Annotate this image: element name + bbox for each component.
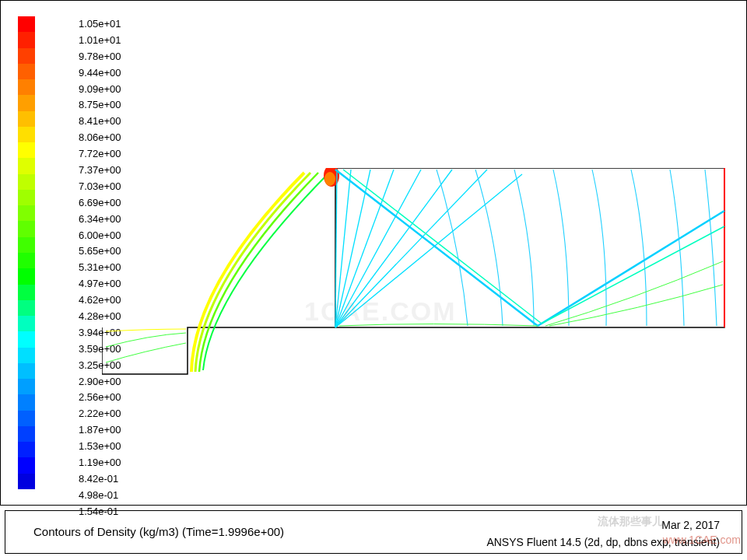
watermark-cjk: 流体那些事儿: [598, 515, 663, 529]
caption-title: Contours of Density (kg/m3) (Time=1.9996…: [33, 525, 284, 538]
legend-colorbar: [18, 16, 35, 489]
watermark-center: 1CAE.COM: [304, 296, 456, 327]
svg-point-2: [324, 172, 335, 186]
plot-frame: 1.05e+011.01e+019.78e+009.44e+009.09e+00…: [0, 0, 747, 506]
caption-date: Mar 2, 2017: [661, 519, 720, 531]
contour-plot: [102, 168, 732, 378]
watermark-url: www.1CAE.com: [663, 534, 741, 546]
contour-svg: [102, 168, 732, 378]
